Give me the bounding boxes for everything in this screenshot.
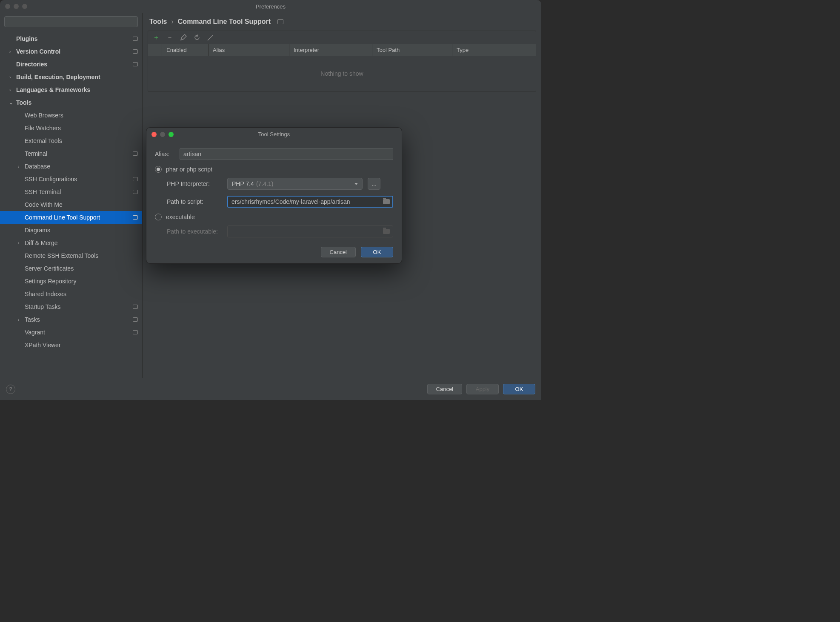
interpreter-value: PHP 7.4 — [232, 180, 254, 187]
sidebar-item-terminal[interactable]: Terminal — [0, 147, 142, 160]
sidebar-item-label: Tools — [16, 99, 31, 106]
apply-button[interactable]: Apply — [466, 384, 499, 394]
sidebar-item-label: Build, Execution, Deployment — [16, 74, 100, 80]
radio-executable[interactable] — [155, 214, 162, 220]
chevron-icon: ⌄ — [9, 100, 13, 105]
maximize-window-icon[interactable] — [22, 4, 27, 9]
interpreter-select[interactable]: PHP 7.4 (7.4.1) — [227, 178, 363, 190]
sidebar-item-label: External Tools — [25, 137, 62, 144]
sidebar-item-label: Directories — [16, 61, 47, 68]
sidebar-item-label: Tasks — [25, 316, 40, 323]
sidebar-item-startup-tasks[interactable]: Startup Tasks — [0, 300, 142, 313]
th-type[interactable]: Type — [452, 44, 536, 56]
sidebar-item-plugins[interactable]: Plugins — [0, 32, 142, 45]
interpreter-version: (7.4.1) — [256, 180, 273, 187]
th-enabled[interactable]: Enabled — [162, 44, 209, 56]
tool-settings-dialog: Tool Settings Alias: phar or php script … — [146, 127, 402, 264]
sidebar-item-build-execution-deployment[interactable]: ›Build, Execution, Deployment — [0, 71, 142, 83]
chevron-icon: › — [18, 241, 19, 245]
th-tool-path[interactable]: Tool Path — [372, 44, 452, 56]
sidebar-item-ssh-terminal[interactable]: SSH Terminal — [0, 185, 142, 198]
sidebar-item-xpath-viewer[interactable]: XPath Viewer — [0, 339, 142, 351]
radio-executable-row[interactable]: executable — [155, 214, 393, 220]
alias-input[interactable] — [180, 148, 393, 160]
help-button[interactable]: ? — [6, 385, 15, 394]
cancel-button[interactable]: Cancel — [427, 384, 462, 394]
sidebar-item-label: Startup Tasks — [25, 303, 61, 310]
breadcrumb-root[interactable]: Tools — [149, 18, 167, 26]
radio-phar-row[interactable]: phar or php script — [155, 166, 393, 173]
sidebar-item-settings-repository[interactable]: Settings Repository — [0, 275, 142, 288]
th-interpreter[interactable]: Interpreter — [289, 44, 372, 56]
add-button[interactable]: ＋ — [152, 34, 160, 41]
sidebar-item-server-certificates[interactable]: Server Certificates — [0, 262, 142, 275]
maximize-dialog-icon[interactable] — [169, 132, 174, 137]
sidebar-item-tools[interactable]: ⌄Tools — [0, 96, 142, 109]
sidebar-item-diff-merge[interactable]: ›Diff & Merge — [0, 237, 142, 249]
minimize-window-icon[interactable] — [14, 4, 19, 9]
sidebar-item-label: Diagrams — [25, 227, 50, 234]
sidebar-item-label: Shared Indexes — [25, 291, 66, 297]
sidebar-item-file-watchers[interactable]: File Watchers — [0, 122, 142, 134]
script-path-input[interactable] — [227, 196, 393, 208]
preferences-tree: Plugins›Version ControlDirectories›Build… — [0, 31, 142, 378]
radio-phar-label: phar or php script — [166, 166, 212, 173]
sidebar-item-shared-indexes[interactable]: Shared Indexes — [0, 288, 142, 300]
sidebar-item-command-line-tool-support[interactable]: Command Line Tool Support — [0, 211, 142, 224]
table-header: Enabled Alias Interpreter Tool Path Type — [148, 44, 536, 56]
sidebar-item-label: SSH Configurations — [25, 176, 77, 183]
chevron-right-icon: › — [171, 18, 173, 26]
sidebar-item-diagrams[interactable]: Diagrams — [0, 224, 142, 237]
dialog-ok-button[interactable]: OK — [361, 247, 393, 257]
scope-badge-icon — [133, 177, 138, 181]
remove-button[interactable]: － — [166, 34, 174, 41]
sidebar-item-ssh-configurations[interactable]: SSH Configurations — [0, 173, 142, 185]
interpreter-more-button[interactable]: ... — [368, 178, 380, 190]
sidebar-item-web-browsers[interactable]: Web Browsers — [0, 109, 142, 122]
sidebar-item-label: Diff & Merge — [25, 240, 58, 246]
sidebar-item-directories[interactable]: Directories — [0, 58, 142, 71]
scope-badge-icon — [133, 190, 138, 194]
sidebar-item-label: Version Control — [16, 48, 60, 55]
scope-badge-icon — [133, 151, 138, 156]
scope-badge-icon — [133, 317, 138, 322]
chevron-icon: › — [9, 88, 11, 92]
folder-icon[interactable] — [383, 199, 390, 204]
preferences-footer: ? Cancel Apply OK — [0, 378, 541, 400]
breadcrumb: Tools › Command Line Tool Support — [148, 17, 536, 31]
sidebar-item-code-with-me[interactable]: Code With Me — [0, 198, 142, 211]
highlight-button[interactable] — [207, 34, 214, 41]
dialog-cancel-button[interactable]: Cancel — [321, 247, 356, 257]
ok-button[interactable]: OK — [503, 384, 535, 394]
close-window-icon[interactable] — [5, 4, 10, 9]
sidebar-item-label: Vagrant — [25, 329, 45, 336]
reload-button[interactable] — [193, 34, 201, 41]
sidebar-item-remote-ssh-external-tools[interactable]: Remote SSH External Tools — [0, 249, 142, 262]
chevron-icon: › — [18, 317, 19, 322]
executable-path-input — [227, 225, 393, 237]
sidebar-item-label: Terminal — [25, 150, 47, 157]
search-input[interactable] — [4, 16, 138, 27]
sidebar-item-vagrant[interactable]: Vagrant — [0, 326, 142, 339]
close-dialog-icon[interactable] — [151, 132, 157, 137]
sidebar-item-languages-frameworks[interactable]: ›Languages & Frameworks — [0, 83, 142, 96]
tools-table-panel: ＋ － Enabled Alias Interpreter Tool Path … — [148, 31, 536, 91]
sidebar-item-version-control[interactable]: ›Version Control — [0, 45, 142, 58]
sidebar-item-external-tools[interactable]: External Tools — [0, 134, 142, 147]
sidebar-item-tasks[interactable]: ›Tasks — [0, 313, 142, 326]
chevron-icon: › — [18, 164, 19, 169]
alias-label: Alias: — [155, 151, 174, 157]
sidebar-item-database[interactable]: ›Database — [0, 160, 142, 173]
sidebar-item-label: Database — [25, 163, 50, 170]
dialog-traffic-lights — [151, 132, 174, 137]
chevron-icon: › — [9, 75, 11, 80]
scope-badge-icon — [133, 49, 138, 54]
tools-toolbar: ＋ － — [148, 31, 536, 44]
edit-button[interactable] — [180, 34, 187, 41]
scope-badge-icon — [133, 37, 138, 41]
dialog-titlebar: Tool Settings — [146, 128, 402, 141]
radio-phar[interactable] — [155, 166, 162, 173]
th-alias[interactable]: Alias — [209, 44, 289, 56]
table-empty-text: Nothing to show — [148, 56, 536, 91]
chevron-icon: › — [9, 49, 11, 54]
